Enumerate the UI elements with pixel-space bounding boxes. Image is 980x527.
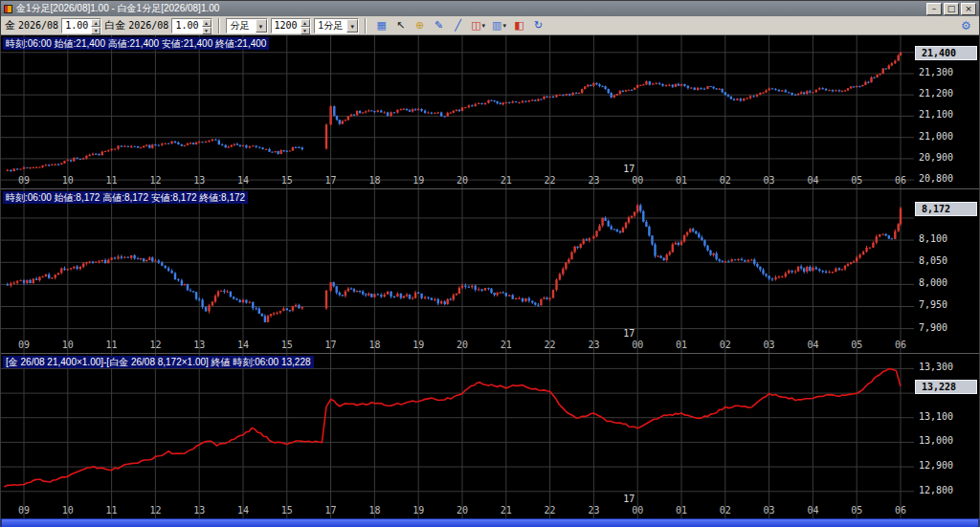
period-type-value: 分足 xyxy=(227,19,256,33)
svg-text:10: 10 xyxy=(62,340,74,350)
platinum-ratio-spinner[interactable]: 1.00 ▲▼ xyxy=(171,18,212,33)
bar-count-spinner[interactable]: 1200 ▲▼ xyxy=(271,18,311,33)
bar-count-spin-buttons[interactable]: ▲▼ xyxy=(301,19,310,33)
app-icon xyxy=(4,5,12,13)
gold-month[interactable]: 2026/08 xyxy=(18,20,58,31)
svg-text:14: 14 xyxy=(237,505,249,516)
app-window: 金1分足[2026/08]1.00 - 白金1分足[2026/08]1.00 –… xyxy=(0,0,980,527)
chart-area: 0910111213141517181920212223000102030405… xyxy=(1,35,979,518)
spin-up-icon[interactable]: ▲ xyxy=(202,19,212,27)
chevron-down-icon[interactable]: ▼ xyxy=(256,19,267,33)
price-tick: 8,050 xyxy=(919,255,947,266)
spin-up-icon[interactable]: ▲ xyxy=(301,19,310,27)
spin-up-icon[interactable]: ▲ xyxy=(91,19,100,27)
price-tick: 8,100 xyxy=(919,233,947,244)
price-tick: 13,100 xyxy=(919,411,953,422)
spin-down-icon[interactable]: ▼ xyxy=(91,27,100,34)
current-price-label: 13,228 xyxy=(915,380,977,394)
horizontal-scrollbar[interactable] xyxy=(1,518,979,527)
gold-ohlc-info: 時刻:06:00 始値:21,400 高値:21,400 安値:21,400 終… xyxy=(3,37,269,50)
minimize-button[interactable]: – xyxy=(926,3,942,15)
trendline-icon[interactable]: ╱ xyxy=(449,17,467,33)
price-tick: 7,900 xyxy=(919,322,947,333)
platinum-ratio-value: 1.00 xyxy=(172,19,201,33)
spread-plot[interactable]: 0910111213141517181920212223000102030405… xyxy=(1,354,916,518)
svg-text:23: 23 xyxy=(588,340,599,350)
platinum-chart-panel[interactable]: 0910111213141517181920212223000102030405… xyxy=(1,188,979,353)
svg-text:12: 12 xyxy=(149,175,161,186)
svg-text:06: 06 xyxy=(895,505,906,516)
chart-type-icon[interactable]: ◫▾ xyxy=(468,17,488,33)
spread-price-axis[interactable]: 13,30013,22813,10013,00012,90012,800 xyxy=(914,354,979,518)
svg-text:20: 20 xyxy=(457,340,468,350)
current-price-label: 8,172 xyxy=(915,202,977,216)
cursor-icon: ↖ xyxy=(396,19,405,32)
platinum-ratio-spin-buttons[interactable]: ▲▼ xyxy=(202,19,212,33)
svg-text:13: 13 xyxy=(193,340,205,350)
layout-grid-icon[interactable]: ▦ xyxy=(372,17,390,33)
spin-down-icon[interactable]: ▼ xyxy=(202,27,212,34)
maximize-button[interactable]: □ xyxy=(944,3,959,15)
svg-text:14: 14 xyxy=(237,175,249,186)
svg-text:21: 21 xyxy=(501,340,512,350)
indicator-icon: ▥ xyxy=(492,19,501,32)
platinum-plot[interactable]: 0910111213141517181920212223000102030405… xyxy=(1,189,916,353)
price-tick: 13,300 xyxy=(919,362,953,372)
toolbar-separator xyxy=(218,18,220,33)
gold-ratio-spin-buttons[interactable]: ▲▼ xyxy=(91,19,100,33)
svg-text:15: 15 xyxy=(281,340,293,350)
gold-plot[interactable]: 0910111213141517181920212223000102030405… xyxy=(1,35,916,188)
spread-chart-panel[interactable]: 0910111213141517181920212223000102030405… xyxy=(1,353,979,518)
compare-icon[interactable]: ◧ xyxy=(510,17,528,33)
indicator-icon[interactable]: ▥▾ xyxy=(489,17,509,33)
svg-text:09: 09 xyxy=(18,175,30,186)
price-tick: 12,800 xyxy=(919,485,953,495)
svg-text:17: 17 xyxy=(325,340,337,350)
chevron-down-icon[interactable]: ▾ xyxy=(502,22,506,30)
platinum-price-axis[interactable]: 8,1728,1008,0508,0007,9507,900 xyxy=(914,189,979,353)
gold-price-axis[interactable]: 21,40021,30021,20021,10021,00020,90020,8… xyxy=(914,35,979,188)
svg-text:18: 18 xyxy=(368,175,380,186)
svg-text:18: 18 xyxy=(368,505,380,516)
svg-text:02: 02 xyxy=(720,175,731,186)
svg-text:06: 06 xyxy=(895,340,906,350)
chevron-down-icon[interactable]: ▼ xyxy=(346,19,358,33)
svg-text:20: 20 xyxy=(457,175,468,186)
svg-text:06: 06 xyxy=(895,175,906,186)
svg-text:17: 17 xyxy=(623,164,635,174)
svg-text:04: 04 xyxy=(807,340,818,350)
settings-icon[interactable]: ⚙ xyxy=(957,17,975,33)
chevron-down-icon[interactable]: ▾ xyxy=(482,22,486,30)
titlebar[interactable]: 金1分足[2026/08]1.00 - 白金1分足[2026/08]1.00 –… xyxy=(1,1,979,16)
svg-text:00: 00 xyxy=(632,175,643,186)
platinum-month[interactable]: 2026/08 xyxy=(128,20,168,31)
svg-text:05: 05 xyxy=(851,505,862,516)
pan-hand-icon: ⊕ xyxy=(415,19,424,32)
svg-text:21: 21 xyxy=(501,505,512,516)
gold-ratio-spinner[interactable]: 1.00 ▲▼ xyxy=(61,18,101,33)
period-type-dropdown[interactable]: 分足 ▼ xyxy=(226,18,268,33)
scrollbar-thumb[interactable] xyxy=(1,518,979,527)
svg-text:22: 22 xyxy=(545,340,556,350)
svg-text:15: 15 xyxy=(281,505,293,516)
gold-chart-panel[interactable]: 0910111213141517181920212223000102030405… xyxy=(1,35,979,188)
svg-text:09: 09 xyxy=(18,340,30,350)
svg-text:19: 19 xyxy=(412,175,424,186)
cursor-icon[interactable]: ↖ xyxy=(391,17,410,33)
close-button[interactable]: × xyxy=(961,3,976,15)
svg-text:01: 01 xyxy=(676,340,687,350)
svg-text:11: 11 xyxy=(106,340,118,350)
platinum-ohlc-info: 時刻:06:00 始値:8,172 高値:8,172 安値:8,172 終値:8… xyxy=(3,191,248,204)
svg-text:04: 04 xyxy=(807,175,818,186)
pan-hand-icon[interactable]: ⊕ xyxy=(411,17,429,33)
svg-text:23: 23 xyxy=(588,175,599,186)
svg-text:17: 17 xyxy=(623,494,635,504)
interval-dropdown[interactable]: 1分足 ▼ xyxy=(314,18,360,33)
refresh-icon[interactable]: ↻ xyxy=(529,17,547,33)
svg-text:01: 01 xyxy=(676,175,687,186)
svg-text:20: 20 xyxy=(457,505,468,516)
spin-down-icon[interactable]: ▼ xyxy=(301,27,310,34)
svg-text:18: 18 xyxy=(368,340,380,350)
bar-count-value: 1200 xyxy=(272,19,301,33)
pencil-icon[interactable]: ✎ xyxy=(430,17,448,33)
